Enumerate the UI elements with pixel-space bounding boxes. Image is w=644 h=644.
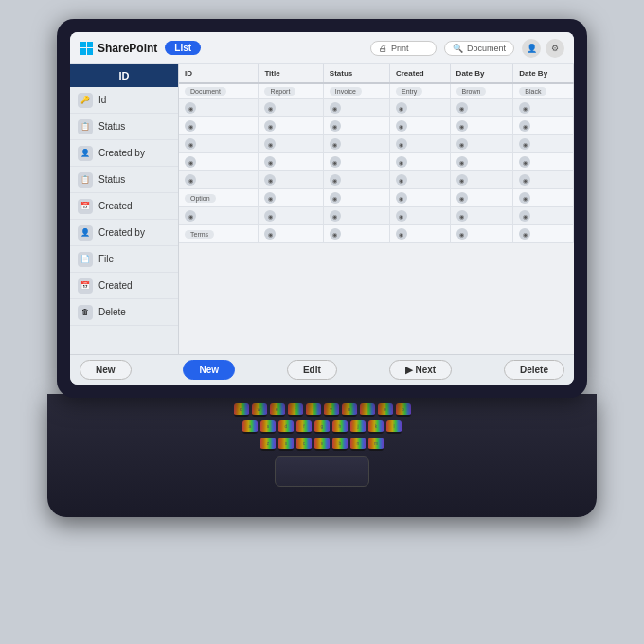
key-a[interactable]: a (242, 420, 258, 434)
brand-name: SharePoint (98, 42, 157, 55)
nav-pill[interactable]: List (165, 41, 201, 55)
key-q[interactable]: q (234, 403, 249, 417)
col-title: Title (259, 64, 323, 83)
key-m[interactable]: m (368, 438, 384, 451)
sidebar-item-delete[interactable]: 🗑 Delete (70, 299, 178, 326)
keyboard: q w e r t y u i o p a s d f g h j k l z … (47, 394, 597, 517)
new-button-1[interactable]: New (80, 360, 132, 380)
sidebar-header: ID (70, 64, 178, 87)
col-dateby1: Date By (450, 64, 513, 83)
key-e[interactable]: e (270, 403, 285, 417)
col-status: Status (323, 64, 389, 83)
file-icon: 📄 (78, 252, 93, 267)
brand: SharePoint (80, 42, 157, 55)
sidebar-item-file-label: File (98, 254, 114, 264)
sidebar-item-file[interactable]: 📄 File (70, 246, 178, 273)
table-body: Document Report Invoice Entry Brown Blac… (179, 83, 574, 243)
key-w[interactable]: w (252, 403, 267, 417)
key-o[interactable]: o (378, 403, 393, 417)
table-row: Option ◉ ◉ ◉ ◉ ◉ (179, 189, 574, 207)
sidebar-item-created1-label: Created (98, 201, 133, 211)
key-j[interactable]: j (350, 420, 366, 434)
main-content: ID 🔑 Id 📋 Status 👤 Created by 📋 (70, 64, 574, 354)
sidebar-item-id-label: Id (98, 95, 106, 105)
col-dateby2: Date By (513, 64, 574, 83)
key-p[interactable]: p (396, 403, 411, 417)
delete-icon: 🗑 (78, 305, 93, 320)
table-row: ◉ ◉ ◉ ◉ ◉ ◉ (179, 99, 574, 117)
key-b[interactable]: b (332, 438, 348, 451)
table-row: Document Report Invoice Entry Brown Blac… (179, 83, 574, 99)
delete-button[interactable]: Delete (504, 360, 564, 380)
table-row: Terms ◉ ◉ ◉ ◉ ◉ (179, 225, 574, 243)
keyboard-row-3: z x c v b n m (260, 438, 384, 451)
createdby-icon-2: 👤 (78, 225, 93, 241)
screen-bezel: SharePoint List 🖨 Print 🔍 Document 👤 ⚙ (57, 19, 587, 398)
key-x[interactable]: x (278, 438, 294, 451)
id-icon: 🔑 (78, 93, 93, 108)
sidebar: ID 🔑 Id 📋 Status 👤 Created by 📋 (70, 64, 179, 354)
table-header: ID Title Status Created Date By Date By (179, 64, 574, 83)
sidebar-item-createdby1[interactable]: 👤 Created by (70, 140, 178, 167)
edit-button[interactable]: Edit (287, 360, 337, 380)
key-n[interactable]: n (350, 438, 366, 451)
bottom-bar: New New Edit ▶ Next Delete (70, 354, 574, 385)
search-box-doc[interactable]: 🔍 Document (444, 41, 514, 56)
table-row: ◉ ◉ ◉ ◉ ◉ ◉ (179, 117, 574, 135)
sidebar-item-delete-label: Delete (98, 307, 126, 317)
table-row: ◉ ◉ ◉ ◉ ◉ ◉ (179, 171, 574, 189)
key-g[interactable]: g (314, 420, 330, 434)
sidebar-item-createdby1-label: Created by (98, 148, 145, 158)
user-icon[interactable]: 👤 (522, 39, 541, 58)
table-row: ◉ ◉ ◉ ◉ ◉ ◉ (179, 153, 574, 171)
sidebar-item-created1[interactable]: 📅 Created (70, 193, 178, 220)
status-icon-2: 📋 (78, 172, 93, 188)
key-r[interactable]: r (288, 403, 303, 417)
search-icon: 🔍 (453, 44, 463, 53)
key-c[interactable]: c (296, 438, 312, 451)
col-created: Created (389, 64, 450, 83)
windows-icon (80, 42, 93, 55)
laptop-wrapper: SharePoint List 🖨 Print 🔍 Document 👤 ⚙ (47, 19, 597, 625)
key-i[interactable]: i (360, 403, 375, 417)
key-z[interactable]: z (260, 438, 276, 451)
settings-icon[interactable]: ⚙ (546, 39, 564, 58)
print-icon: 🖨 (379, 44, 387, 53)
sidebar-item-status1-label: Status (98, 121, 125, 132)
key-l[interactable]: l (386, 420, 402, 434)
table-row: ◉ ◉ ◉ ◉ ◉ ◉ (179, 207, 574, 225)
key-v[interactable]: v (314, 438, 330, 451)
key-h[interactable]: h (332, 420, 348, 434)
key-d[interactable]: d (278, 420, 294, 434)
key-t[interactable]: t (306, 403, 321, 417)
sidebar-item-created2[interactable]: 📅 Created (70, 273, 178, 299)
key-k[interactable]: k (368, 420, 384, 434)
top-bar: SharePoint List 🖨 Print 🔍 Document 👤 ⚙ (70, 32, 574, 64)
created-icon-2: 📅 (78, 278, 93, 294)
sidebar-item-status2[interactable]: 📋 Status (70, 167, 178, 193)
new-button-2[interactable]: New (183, 360, 235, 380)
createdby-icon-1: 👤 (78, 146, 93, 161)
table-container: ID Title Status Created Date By Date By … (179, 64, 574, 354)
key-s[interactable]: s (260, 420, 276, 434)
data-table: ID Title Status Created Date By Date By … (179, 64, 574, 243)
next-button[interactable]: ▶ Next (389, 360, 452, 380)
key-y[interactable]: y (324, 403, 339, 417)
search-box-print[interactable]: 🖨 Print (370, 41, 437, 56)
sidebar-item-status2-label: Status (98, 174, 125, 185)
sidebar-item-status1[interactable]: 📋 Status (70, 114, 178, 140)
sidebar-item-id[interactable]: 🔑 Id (70, 87, 178, 114)
created-icon-1: 📅 (78, 199, 93, 214)
trackpad[interactable] (275, 456, 369, 487)
col-id: ID (179, 64, 259, 83)
key-u[interactable]: u (342, 403, 357, 417)
table-row: ◉ ◉ ◉ ◉ ◉ ◉ (179, 135, 574, 153)
key-f[interactable]: f (296, 420, 312, 434)
keyboard-row-2: a s d f g h j k l (242, 420, 402, 434)
sidebar-item-createdby2-label: Created by (98, 227, 145, 238)
sidebar-item-created2-label: Created (98, 280, 133, 291)
sidebar-item-createdby2[interactable]: 👤 Created by (70, 220, 178, 246)
top-icons: 👤 ⚙ (522, 39, 564, 58)
status-icon-1: 📋 (78, 119, 93, 134)
keyboard-row-1: q w e r t y u i o p (234, 403, 411, 417)
